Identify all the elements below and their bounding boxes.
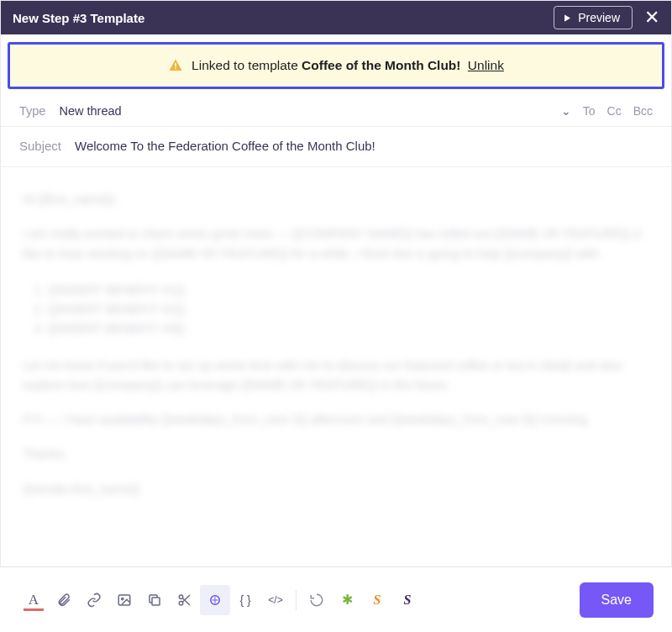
alert-container: Linked to template Coffee of the Month C…	[1, 34, 671, 94]
body-thanks: Thanks,	[23, 444, 653, 463]
template-name: Coffee of the Month Club!	[302, 58, 460, 72]
to-button[interactable]: To	[583, 104, 596, 118]
svg-rect-2	[175, 68, 176, 70]
svg-point-7	[179, 601, 183, 605]
undo-button[interactable]	[302, 585, 332, 615]
bcc-button[interactable]: Bcc	[633, 104, 653, 118]
plugin-3-button[interactable]: S	[392, 585, 423, 615]
close-icon[interactable]: ✕	[644, 8, 659, 27]
page-title: New Step #3 Template	[13, 11, 554, 25]
titlebar: New Step #3 Template Preview ✕	[1, 1, 671, 34]
plugin-2-button[interactable]: S	[362, 585, 392, 615]
subject-input[interactable]	[75, 139, 653, 153]
image-button[interactable]	[109, 585, 139, 615]
s-purple-icon: S	[404, 592, 412, 608]
body-benefit-list: {{INSERT BENEFIT #1}} {{INSERT BENEFIT #…	[48, 280, 653, 339]
html-source-button[interactable]: </>	[260, 585, 291, 615]
ai-assist-button[interactable]	[200, 585, 230, 615]
attachment-button[interactable]	[49, 585, 79, 615]
type-value: New thread	[59, 104, 121, 118]
body-p2: Let me know if you'd like to set up some…	[23, 356, 653, 395]
body-signature: {{sender.first_name}}	[23, 479, 653, 498]
body-p3: FYI — I have availability {{weekdays_fro…	[23, 409, 653, 429]
warning-icon	[168, 58, 183, 73]
alert-text: Linked to template Coffee of the Month C…	[192, 58, 504, 73]
toolbar-divider	[296, 590, 297, 610]
bug-icon: ✱	[342, 592, 353, 608]
type-label: Type	[19, 104, 45, 118]
subject-row: Subject	[1, 127, 671, 167]
type-select[interactable]: New thread ⌄	[59, 104, 570, 118]
copy-button[interactable]	[139, 585, 170, 615]
subject-label: Subject	[19, 139, 61, 153]
save-button[interactable]: Save	[580, 582, 654, 618]
list-item: {{INSERT BENEFIT #2}}	[48, 299, 653, 319]
sparkle-icon	[207, 592, 223, 608]
list-item: {{INSERT BENEFIT #3}}	[48, 319, 653, 338]
cc-button[interactable]: Cc	[607, 104, 622, 118]
preview-button[interactable]: Preview	[554, 6, 633, 29]
email-body-editor[interactable]: Hi {{first_name}}, I am really excited t…	[1, 167, 671, 562]
svg-marker-0	[564, 14, 570, 21]
type-row: Type New thread ⌄ To Cc Bcc	[1, 94, 671, 127]
chevron-down-icon: ⌄	[561, 104, 571, 118]
copy-icon	[147, 592, 162, 608]
s-orange-icon: S	[374, 592, 381, 608]
linked-template-alert: Linked to template Coffee of the Month C…	[8, 42, 664, 89]
list-item: {{INSERT BENEFIT #1}}	[48, 280, 653, 299]
image-icon	[117, 592, 132, 608]
variable-button[interactable]: { }	[230, 585, 260, 615]
editor-toolbar: A { } </> ✱ S S Save	[0, 566, 672, 632]
link-button[interactable]	[79, 585, 109, 615]
svg-point-6	[179, 595, 183, 599]
text-format-button[interactable]: A	[18, 585, 49, 615]
undo-icon	[309, 592, 324, 608]
svg-rect-5	[152, 598, 160, 605]
play-icon	[563, 13, 572, 23]
unlink-link[interactable]: Unlink	[468, 58, 504, 72]
body-greeting: Hi {{first_name}},	[23, 189, 653, 208]
scissors-icon	[177, 592, 192, 608]
preview-label: Preview	[578, 11, 620, 24]
plugin-1-button[interactable]: ✱	[332, 585, 362, 615]
link-icon	[87, 592, 102, 608]
paperclip-icon	[56, 592, 71, 608]
body-p1: I am really excited to share some great …	[23, 224, 653, 263]
svg-point-4	[122, 598, 123, 599]
cut-button[interactable]	[170, 585, 200, 615]
svg-rect-1	[175, 63, 176, 67]
